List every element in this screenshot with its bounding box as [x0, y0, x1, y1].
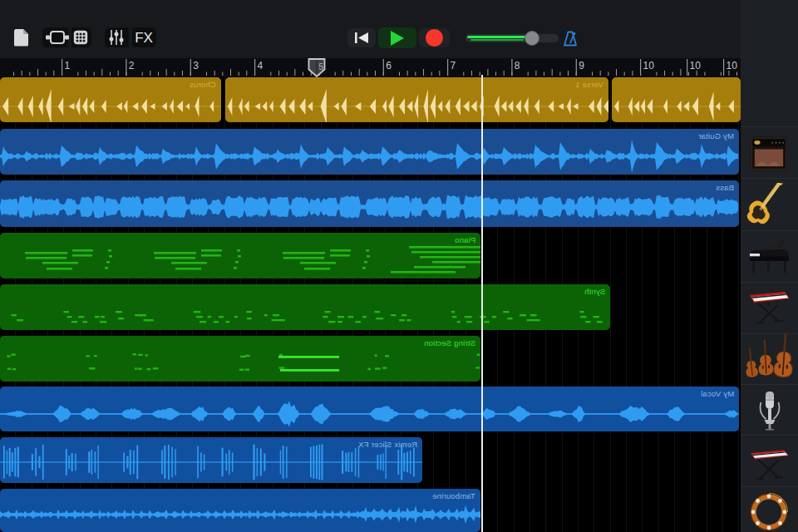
svg-text:4: 4: [258, 60, 264, 71]
svg-text:1: 1: [65, 60, 71, 71]
svg-text:5: 5: [318, 62, 323, 71]
svg-text:7: 7: [451, 60, 456, 71]
svg-text:8: 8: [515, 60, 520, 71]
svg-text:10: 10: [643, 60, 655, 71]
svg-text:9: 9: [579, 60, 584, 71]
svg-text:6: 6: [386, 60, 392, 71]
svg-text:2: 2: [129, 60, 135, 71]
svg-text:10: 10: [690, 60, 702, 71]
svg-text:3: 3: [193, 60, 199, 71]
svg-text:10: 10: [727, 60, 738, 71]
